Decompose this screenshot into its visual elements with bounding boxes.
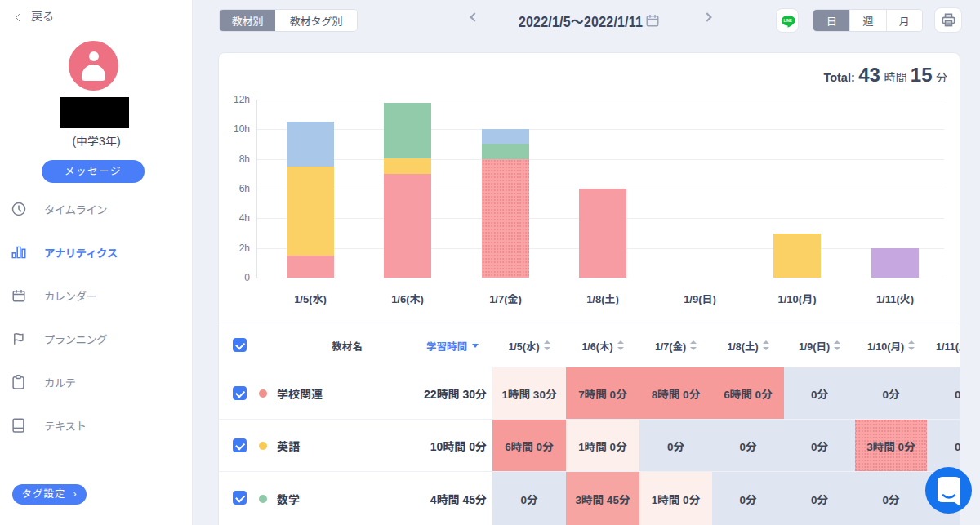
svg-text:LINE: LINE: [783, 19, 791, 23]
